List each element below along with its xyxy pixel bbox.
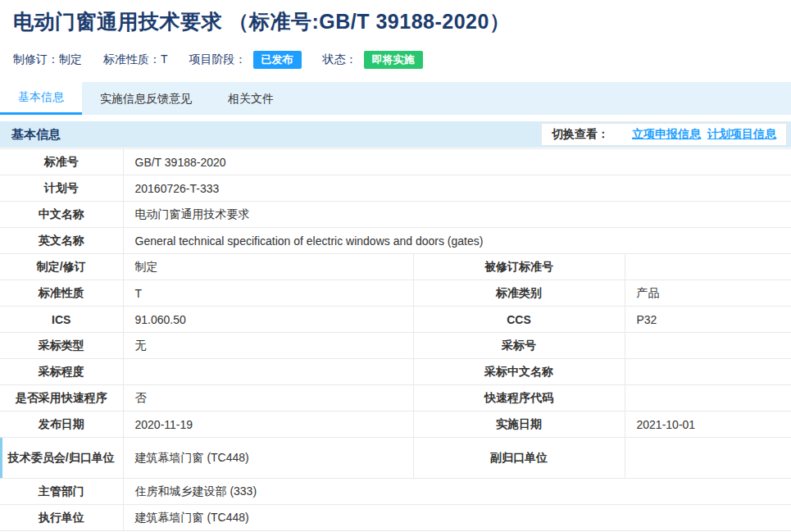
field-value: 制定 <box>123 254 413 280</box>
table-row: 标准号 GB/T 39188-2020 <box>0 149 791 175</box>
field-label: 标准性质 <box>0 280 123 307</box>
field-label: 采标类型 <box>0 333 123 359</box>
stage-badge: 已发布 <box>253 51 302 69</box>
field-value: T <box>123 280 413 307</box>
page-title: 电动门窗通用技术要求 （标准号:GB/T 39188-2020） <box>13 8 778 35</box>
section-title: 基本信息 <box>11 127 61 143</box>
field-label: 标准类别 <box>413 280 625 307</box>
field-label: 采标号 <box>413 333 625 359</box>
field-value: 建筑幕墙门窗 (TC448) <box>123 505 791 531</box>
table-row: 英文名称 General technical specification of … <box>0 228 791 254</box>
field-label: 采标中文名称 <box>413 359 625 385</box>
table-row: 制定/修订 制定 被修订标准号 <box>0 254 791 280</box>
tab-bar: 基本信息 实施信息反馈意见 相关文件 <box>0 82 791 115</box>
field-label: CCS <box>413 307 625 333</box>
field-label: 技术委员会/归口单位 <box>0 438 123 479</box>
link-plan-project-info[interactable]: 计划项目信息 <box>707 127 776 142</box>
meta-stage: 项目阶段： 已发布 <box>189 51 302 69</box>
table-row: 采标类型 无 采标号 <box>0 333 791 359</box>
field-value: 住房和城乡建设部 (333) <box>123 479 791 505</box>
switcher-label: 切换查看： <box>552 127 609 142</box>
view-switcher: 切换查看： 立项申报信息 计划项目信息 <box>541 123 787 146</box>
field-label: 快速程序代码 <box>413 385 625 412</box>
field-value: 建筑幕墙门窗 (TC448) <box>123 438 413 479</box>
field-value <box>625 438 791 479</box>
field-value: 产品 <box>625 280 791 307</box>
meta-status: 状态： 即将实施 <box>323 51 423 69</box>
meta-revision: 制修订：制定 <box>13 52 82 67</box>
status-badge: 即将实施 <box>364 51 423 69</box>
table-row: 技术委员会/归口单位 建筑幕墙门窗 (TC448) 副归口单位 <box>0 438 791 479</box>
table-row: 中文名称 电动门窗通用技术要求 <box>0 202 791 228</box>
field-label: 采标程度 <box>0 359 123 385</box>
field-value <box>625 254 791 280</box>
page-header: 电动门窗通用技术要求 （标准号:GB/T 39188-2020） 制修订：制定 … <box>0 0 791 70</box>
tab-basic-info[interactable]: 基本信息 <box>0 82 82 115</box>
field-value: 否 <box>123 385 413 412</box>
field-label: 执行单位 <box>0 505 123 531</box>
field-value: 2020-11-19 <box>123 412 413 438</box>
field-label: 英文名称 <box>0 228 123 254</box>
table-row: 主管部门 住房和城乡建设部 (333) <box>0 479 791 505</box>
field-label: 主管部门 <box>0 479 123 505</box>
table-row: 执行单位 建筑幕墙门窗 (TC448) <box>0 505 791 531</box>
link-project-application-info[interactable]: 立项申报信息 <box>632 127 701 142</box>
field-value <box>123 359 413 385</box>
field-label: 标准号 <box>0 149 123 175</box>
tab-implementation-feedback[interactable]: 实施信息反馈意见 <box>82 82 210 115</box>
field-label: 副归口单位 <box>413 438 625 479</box>
table-row: 发布日期 2020-11-19 实施日期 2021-10-01 <box>0 412 791 438</box>
standard-info-table: 标准号 GB/T 39188-2020 计划号 20160726-T-333 中… <box>0 148 791 531</box>
meta-row: 制修订：制定 标准性质：T 项目阶段： 已发布 状态： 即将实施 <box>13 50 778 70</box>
field-value <box>625 333 791 359</box>
table-row: ICS 91.060.50 CCS P32 <box>0 307 791 333</box>
table-row: 标准性质 T 标准类别 产品 <box>0 280 791 307</box>
field-value <box>625 359 791 385</box>
table-row: 是否采用快速程序 否 快速程序代码 <box>0 385 791 412</box>
field-label: 发布日期 <box>0 412 123 438</box>
field-value: GB/T 39188-2020 <box>123 149 791 175</box>
tab-related-files[interactable]: 相关文件 <box>210 82 292 115</box>
status-label: 状态： <box>323 52 357 67</box>
field-label: 中文名称 <box>0 202 123 228</box>
section-band: 基本信息 切换查看： 立项申报信息 计划项目信息 <box>0 121 791 148</box>
field-value: 无 <box>123 333 413 359</box>
stage-label: 项目阶段： <box>189 52 247 67</box>
field-value: P32 <box>625 307 791 333</box>
table-row: 采标程度 采标中文名称 <box>0 359 791 385</box>
meta-nature: 标准性质：T <box>103 52 168 67</box>
field-value: General technical specification of elect… <box>123 228 791 254</box>
field-label: 是否采用快速程序 <box>0 385 123 412</box>
field-value: 电动门窗通用技术要求 <box>123 202 791 228</box>
field-label: ICS <box>0 307 123 333</box>
field-value: 2021-10-01 <box>625 412 791 438</box>
field-label: 被修订标准号 <box>413 254 625 280</box>
field-label: 实施日期 <box>413 412 625 438</box>
field-label: 计划号 <box>0 175 123 202</box>
field-value: 91.060.50 <box>123 307 413 333</box>
table-row: 计划号 20160726-T-333 <box>0 175 791 202</box>
field-label: 制定/修订 <box>0 254 123 280</box>
field-value <box>625 385 791 412</box>
field-value: 20160726-T-333 <box>123 175 791 202</box>
